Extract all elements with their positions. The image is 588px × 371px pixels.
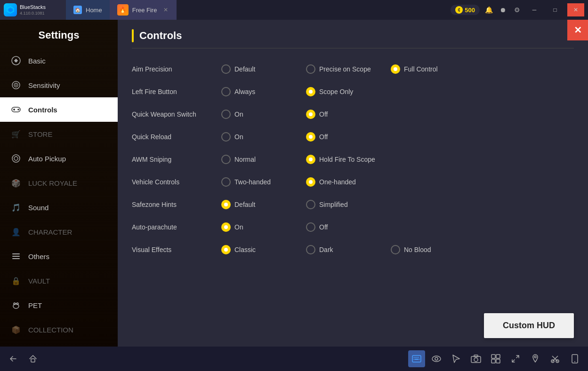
quick-weapon-off-group[interactable]: Off xyxy=(306,110,391,119)
sidebar-item-sound-label: Sound xyxy=(28,204,48,212)
tab-close-btn[interactable]: ✕ xyxy=(162,7,169,13)
visual-classic-label: Classic xyxy=(234,246,256,253)
awm-holdfire-group[interactable]: Hold Fire To Scope xyxy=(306,155,391,164)
vault-icon: 🔒 xyxy=(9,274,23,287)
tab-game-label: Free Fire xyxy=(132,7,157,14)
svg-point-14 xyxy=(14,157,18,160)
autoparachute-label: Auto-parachute xyxy=(132,223,221,231)
setting-row-left-fire: Left Fire Button Always Scope Only xyxy=(132,80,574,103)
sidebar-nav: Basic Sensitivity xyxy=(0,48,118,342)
sidebar-item-vault: 🔒 VAULT xyxy=(0,268,118,293)
pet-icon xyxy=(9,299,23,312)
visual-classic-group[interactable]: Classic xyxy=(221,245,306,254)
phone-btn[interactable] xyxy=(566,350,583,367)
sidebar-item-basic[interactable]: Basic xyxy=(0,48,118,73)
autoparachute-off-group[interactable]: Off xyxy=(306,222,391,232)
notification-btn[interactable]: 🔔 xyxy=(483,5,494,15)
sidebar-item-controls[interactable]: Controls xyxy=(0,97,118,122)
svg-point-39 xyxy=(534,356,536,358)
vehicle-twohanded-radio[interactable] xyxy=(221,177,231,187)
vehicle-onehanded-radio[interactable] xyxy=(306,177,315,187)
svg-rect-21 xyxy=(31,359,35,362)
autoparachute-on-group[interactable]: On xyxy=(221,222,306,232)
setting-row-quick-weapon: Quick Weapon Switch On Off xyxy=(132,103,574,126)
sidebar-item-store-label: STORE xyxy=(28,130,52,138)
location-btn[interactable] xyxy=(527,350,544,367)
safezone-simplified-label: Simplified xyxy=(319,201,348,208)
quick-weapon-on-group[interactable]: On xyxy=(221,110,306,119)
aim-precision-default-group[interactable]: Default xyxy=(221,64,306,74)
cut-btn[interactable] xyxy=(547,350,564,367)
safezone-default-radio[interactable] xyxy=(221,200,231,209)
store-icon: 🛒 xyxy=(9,127,23,141)
visual-noblood-radio[interactable] xyxy=(391,245,400,254)
safezone-simplified-radio[interactable] xyxy=(306,200,315,209)
quick-reload-on-group[interactable]: On xyxy=(221,132,306,142)
vehicle-twohanded-group[interactable]: Two-handed xyxy=(221,177,306,187)
record-btn[interactable]: ⏺ xyxy=(498,5,508,15)
section-indicator xyxy=(132,29,134,42)
minimize-btn[interactable]: ─ xyxy=(526,3,543,16)
visual-dark-group[interactable]: Dark xyxy=(306,245,391,254)
autoparachute-options: On Off xyxy=(221,222,574,232)
left-fire-always-radio[interactable] xyxy=(221,87,231,96)
window-close-btn[interactable]: ✕ xyxy=(567,3,584,16)
autoparachute-on-radio[interactable] xyxy=(221,222,231,232)
sidebar-item-others[interactable]: Others xyxy=(0,244,118,268)
sidebar-item-auto-pickup[interactable]: Auto Pickup xyxy=(0,146,118,171)
awm-normal-group[interactable]: Normal xyxy=(221,155,306,164)
eye-btn[interactable] xyxy=(428,350,445,367)
safezone-label: Safezone Hints xyxy=(132,201,221,208)
quick-weapon-off-radio[interactable] xyxy=(306,110,315,119)
quick-reload-off-label: Off xyxy=(319,133,328,141)
home-btn[interactable] xyxy=(24,350,41,367)
quick-weapon-options: On Off xyxy=(221,110,574,119)
vehicle-onehanded-group[interactable]: One-handed xyxy=(306,177,391,187)
custom-hud-button[interactable]: Custom HUD xyxy=(484,313,574,338)
safezone-default-group[interactable]: Default xyxy=(221,200,306,209)
resize-btn[interactable] xyxy=(507,350,524,367)
multi-btn[interactable] xyxy=(487,350,504,367)
awm-normal-radio[interactable] xyxy=(221,155,231,164)
quick-reload-off-radio[interactable] xyxy=(306,132,315,142)
visual-classic-radio[interactable] xyxy=(221,245,231,254)
tab-game[interactable]: 🔥 Free Fire ✕ xyxy=(110,0,177,20)
bottom-toolbar xyxy=(0,347,588,371)
camera-btn[interactable] xyxy=(467,350,484,367)
autoparachute-off-radio[interactable] xyxy=(306,222,315,232)
aim-precision-fullcontrol-radio[interactable] xyxy=(391,64,400,74)
svg-point-31 xyxy=(435,357,438,360)
aim-precision-precise-group[interactable]: Precise on Scope xyxy=(306,64,391,74)
left-fire-scope-group[interactable]: Scope Only xyxy=(306,87,391,96)
aim-precision-fullcontrol-group[interactable]: Full Control xyxy=(391,64,475,74)
left-fire-scope-radio[interactable] xyxy=(306,87,315,96)
svg-rect-15 xyxy=(12,253,20,254)
settings-btn[interactable]: ⚙ xyxy=(512,5,522,15)
awm-options: Normal Hold Fire To Scope xyxy=(221,155,574,164)
sidebar-item-sound[interactable]: 🎵 Sound xyxy=(0,195,118,220)
visual-dark-radio[interactable] xyxy=(306,245,315,254)
awm-holdfire-radio[interactable] xyxy=(306,155,315,164)
app-version: 4.110.0.1081 xyxy=(20,11,46,16)
aim-precision-precise-radio[interactable] xyxy=(306,64,315,74)
quick-reload-off-group[interactable]: Off xyxy=(306,132,391,142)
keyboard-btn[interactable] xyxy=(408,350,425,367)
svg-point-13 xyxy=(12,155,20,162)
safezone-simplified-group[interactable]: Simplified xyxy=(306,200,391,209)
sidebar-item-sensitivity[interactable]: Sensitivity xyxy=(0,73,118,97)
controls-icon xyxy=(9,103,23,116)
quick-weapon-on-label: On xyxy=(234,111,243,118)
left-fire-scope-label: Scope Only xyxy=(319,88,353,95)
tab-home[interactable]: 🏠 Home xyxy=(66,0,110,20)
left-fire-always-group[interactable]: Always xyxy=(221,87,306,96)
sidebar-item-pet[interactable]: PET xyxy=(0,293,118,317)
back-btn[interactable] xyxy=(5,350,22,367)
cursor-btn[interactable] xyxy=(448,350,465,367)
quick-weapon-on-radio[interactable] xyxy=(221,110,231,119)
maximize-btn[interactable]: □ xyxy=(547,3,564,16)
aim-precision-default-radio[interactable] xyxy=(221,64,231,74)
panel-close-btn[interactable]: ✕ xyxy=(567,20,588,40)
quick-reload-on-radio[interactable] xyxy=(221,132,231,142)
visual-noblood-group[interactable]: No Blood xyxy=(391,245,475,254)
visual-dark-label: Dark xyxy=(319,246,333,253)
